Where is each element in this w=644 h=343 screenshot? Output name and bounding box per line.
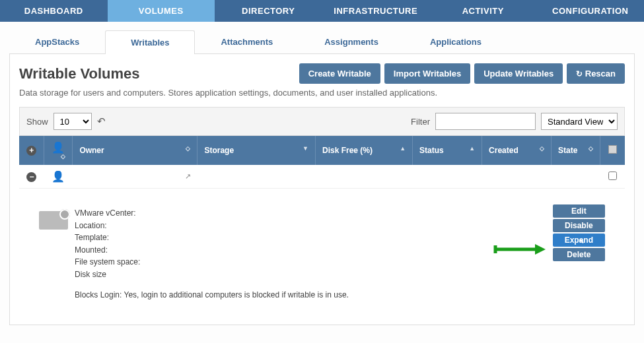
show-label: Show: [26, 117, 48, 127]
col-storage[interactable]: Storage▼: [197, 136, 316, 165]
sub-nav: AppStacks Writables Attachments Assignme…: [9, 30, 635, 54]
detail-mounted: Mounted:: [75, 244, 349, 257]
col-status[interactable]: Status▲: [413, 136, 482, 165]
tab-attachments[interactable]: Attachments: [195, 30, 299, 53]
detail-template: Template:: [75, 232, 349, 244]
filter-input[interactable]: [435, 113, 536, 130]
cell-diskfree: [316, 165, 413, 189]
volumes-table: + 👤◇ Owner◇ Storage▼ Disk Free (%)▲ Stat…: [19, 136, 625, 315]
disable-button[interactable]: Disable: [553, 219, 605, 232]
col-state[interactable]: State◇: [552, 136, 600, 165]
filter-label: Filter: [411, 117, 430, 127]
detail-blocks-login: Blocks Login: Yes, login to additional c…: [75, 289, 349, 301]
nav-volumes[interactable]: VOLUMES: [108, 0, 215, 22]
user-header-icon: 👤: [52, 142, 65, 153]
col-check[interactable]: [600, 136, 625, 165]
col-owner[interactable]: Owner◇: [73, 136, 197, 165]
cell-status: [413, 165, 482, 189]
row-checkbox[interactable]: [608, 172, 617, 180]
detail-vcenter: VMware vCenter:: [75, 207, 349, 220]
cell-created: [482, 165, 552, 189]
cell-state: [552, 165, 600, 189]
edit-button[interactable]: Edit: [553, 204, 605, 218]
delete-button[interactable]: Delete: [553, 248, 605, 261]
create-writable-button[interactable]: Create Writable: [299, 63, 380, 84]
main-nav: DASHBOARD VOLUMES DIRECTORY INFRASTRUCTU…: [0, 0, 644, 22]
detail-disksize: Disk size: [75, 268, 349, 281]
page-description: Data storage for users and computers. St…: [19, 88, 625, 98]
tab-writables[interactable]: Writables: [105, 30, 195, 54]
cell-storage: [197, 165, 316, 189]
col-created[interactable]: Created◇: [482, 136, 552, 165]
expand-button[interactable]: Expand↖: [553, 234, 605, 247]
col-user[interactable]: 👤◇: [44, 136, 73, 165]
select-all-checkbox[interactable]: [608, 145, 617, 154]
rescan-button[interactable]: ↻ Rescan: [567, 63, 625, 84]
nav-activity[interactable]: ACTIVITY: [429, 0, 537, 22]
detail-location: Location:: [75, 220, 349, 232]
show-select[interactable]: 10: [54, 113, 92, 130]
view-select[interactable]: Standard View: [541, 113, 618, 130]
expand-all-icon: +: [26, 146, 36, 156]
table-row[interactable]: − 👤 ↗: [19, 165, 625, 189]
volume-icon: [39, 211, 68, 230]
nav-dashboard[interactable]: DASHBOARD: [0, 0, 108, 22]
nav-directory[interactable]: DIRECTORY: [215, 0, 322, 22]
detail-fss: File system space:: [75, 256, 349, 268]
update-writables-button[interactable]: Update Writables: [474, 63, 563, 84]
collapse-icon[interactable]: −: [26, 172, 36, 182]
row-details: VMware vCenter: Location: Template: Moun…: [19, 189, 625, 316]
undo-icon[interactable]: ↶: [97, 115, 106, 127]
nav-infrastructure[interactable]: INFRASTRUCTURE: [322, 0, 430, 22]
nav-configuration[interactable]: CONFIGURATION: [537, 0, 645, 22]
col-expand[interactable]: +: [19, 136, 44, 165]
external-link-icon[interactable]: ↗: [185, 172, 191, 181]
user-icon: 👤: [52, 171, 65, 182]
col-diskfree[interactable]: Disk Free (%)▲: [316, 136, 413, 165]
tab-assignments[interactable]: Assignments: [299, 30, 404, 53]
tab-appstacks[interactable]: AppStacks: [9, 30, 105, 53]
cell-owner: ↗: [73, 165, 197, 189]
page-title: Writable Volumes: [19, 65, 140, 82]
import-writables-button[interactable]: Import Writables: [384, 63, 470, 84]
tab-applications[interactable]: Applications: [404, 30, 507, 53]
